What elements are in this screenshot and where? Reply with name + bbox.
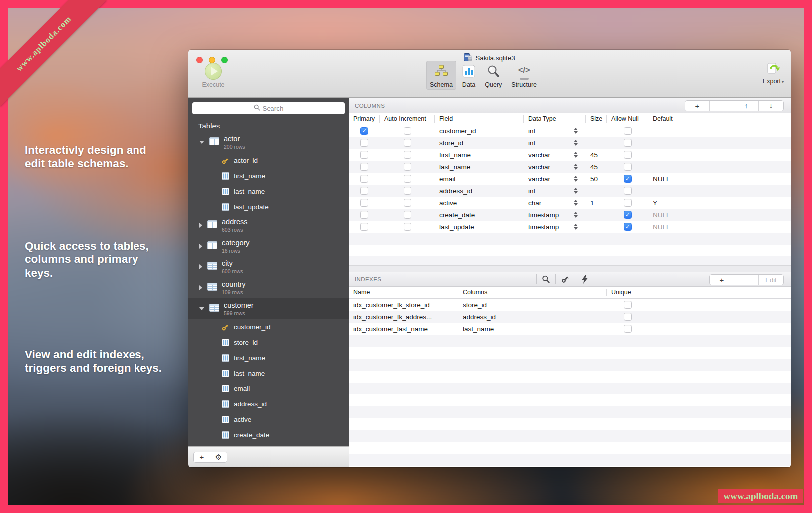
tab-query[interactable]: Query xyxy=(481,61,505,90)
sidebar-table-address[interactable]: address 603 rows xyxy=(188,215,349,236)
indexes-search-icon[interactable] xyxy=(537,275,555,284)
primary-checkbox[interactable] xyxy=(360,175,368,183)
allow-null-checkbox[interactable] xyxy=(624,139,632,147)
sidebar-column-last_name[interactable]: last_name xyxy=(188,366,349,381)
search-input[interactable]: Search xyxy=(192,102,345,114)
auto-increment-checkbox[interactable] xyxy=(404,139,411,147)
disclosure-triangle-icon[interactable] xyxy=(199,223,202,228)
disclosure-triangle-icon[interactable] xyxy=(199,244,202,249)
move-up-button[interactable]: ↑ xyxy=(734,101,759,111)
add-button[interactable]: + xyxy=(710,275,734,285)
data-type[interactable]: timestamp xyxy=(524,223,586,231)
allow-null-checkbox[interactable]: ✓ xyxy=(624,223,632,231)
column-header-field[interactable]: Field xyxy=(435,115,524,123)
stepper-icon[interactable] xyxy=(574,224,578,230)
remove-button[interactable]: − xyxy=(710,101,734,111)
allow-null-checkbox[interactable] xyxy=(624,187,632,195)
allow-null-checkbox[interactable]: ✓ xyxy=(624,211,632,219)
stepper-icon[interactable] xyxy=(574,212,578,218)
sidebar-column-first_name[interactable]: first_name xyxy=(188,168,349,184)
disclosure-triangle-icon[interactable] xyxy=(199,307,204,310)
stepper-icon[interactable] xyxy=(574,152,578,158)
auto-increment-checkbox[interactable] xyxy=(404,151,411,159)
sidebar-column-create_date[interactable]: create_date xyxy=(188,427,349,443)
sidebar-table-actor[interactable]: actor 200 rows xyxy=(188,132,349,153)
primary-checkbox[interactable] xyxy=(360,151,368,159)
sidebar-column-email[interactable]: email xyxy=(188,381,349,396)
primary-checkbox[interactable] xyxy=(360,163,368,171)
column-header-primary[interactable]: Primary xyxy=(349,115,380,123)
primary-checkbox[interactable] xyxy=(360,187,368,195)
sidebar-table-country[interactable]: country 109 rows xyxy=(188,277,349,298)
column-row-store_id[interactable]: store_id int xyxy=(349,137,791,149)
index-header-name[interactable]: Name xyxy=(349,289,458,296)
allow-null-checkbox[interactable] xyxy=(624,199,632,207)
tab-structure[interactable]: </> Structure xyxy=(508,61,540,90)
index-row-idx_customer_fk_addres[interactable]: idx_customer_fk_addres... address_id xyxy=(349,311,791,323)
stepper-icon[interactable] xyxy=(574,140,578,146)
export-button[interactable]: Export▾ xyxy=(763,62,784,85)
stepper-icon[interactable] xyxy=(574,164,578,170)
column-row-create_date[interactable]: create_date timestamp ✓ NULL xyxy=(349,209,791,221)
index-row-idx_customer_last_name[interactable]: idx_customer_last_name last_name xyxy=(349,323,791,335)
sidebar-table-customer[interactable]: customer 599 rows xyxy=(188,298,349,319)
data-type[interactable]: int xyxy=(524,187,586,195)
data-type[interactable]: int xyxy=(524,128,586,135)
move-down-button[interactable]: ↓ xyxy=(759,101,783,111)
primary-checkbox[interactable]: ✓ xyxy=(360,127,368,135)
execute-button[interactable]: Execute xyxy=(197,63,229,88)
column-row-address_id[interactable]: address_id int xyxy=(349,185,791,197)
sidebar-table-city[interactable]: city 600 rows xyxy=(188,256,349,277)
column-header-default[interactable]: Default xyxy=(648,115,791,123)
column-row-first_name[interactable]: first_name varchar 45 xyxy=(349,149,791,161)
sidebar-column-first_name[interactable]: first_name xyxy=(188,350,349,366)
primary-checkbox[interactable] xyxy=(360,223,368,231)
sidebar-column-active[interactable]: active xyxy=(188,412,349,427)
data-type[interactable]: timestamp xyxy=(524,211,586,219)
data-type[interactable]: char xyxy=(524,199,586,207)
sidebar-column-customer_id[interactable]: customer_id xyxy=(188,319,349,335)
allow-null-checkbox[interactable]: ✓ xyxy=(624,175,632,183)
auto-increment-checkbox[interactable] xyxy=(404,211,411,219)
stepper-icon[interactable] xyxy=(574,200,578,206)
data-type[interactable]: int xyxy=(524,139,586,147)
trigger-lightning-icon[interactable] xyxy=(575,275,594,284)
stepper-icon[interactable] xyxy=(574,188,578,194)
auto-increment-checkbox[interactable] xyxy=(404,175,411,183)
disclosure-triangle-icon[interactable] xyxy=(199,141,204,144)
foreign-key-icon[interactable] xyxy=(556,275,575,284)
auto-increment-checkbox[interactable] xyxy=(404,187,411,195)
tab-schema[interactable]: Schema xyxy=(426,61,456,90)
primary-checkbox[interactable] xyxy=(360,199,368,207)
unique-checkbox[interactable] xyxy=(624,313,632,321)
allow-null-checkbox[interactable] xyxy=(624,127,632,135)
add-table-button[interactable]: + xyxy=(194,452,210,462)
data-type[interactable]: varchar xyxy=(524,163,586,171)
tab-data[interactable]: Data xyxy=(459,61,479,90)
sidebar-column-store_id[interactable]: store_id xyxy=(188,335,349,350)
index-header-unique[interactable]: Unique xyxy=(607,289,648,296)
remove-button[interactable]: − xyxy=(734,275,759,285)
column-row-customer_id[interactable]: ✓ customer_id int xyxy=(349,125,791,137)
column-header-allow-null[interactable]: Allow Null xyxy=(607,115,648,123)
auto-increment-checkbox[interactable] xyxy=(404,199,411,207)
edit-button[interactable]: Edit xyxy=(759,275,783,285)
unique-checkbox[interactable] xyxy=(624,301,632,309)
add-button[interactable]: + xyxy=(685,101,710,111)
column-header-size[interactable]: Size xyxy=(586,115,607,123)
stepper-icon[interactable] xyxy=(574,128,578,134)
column-header-auto-increment[interactable]: Auto Increment xyxy=(380,115,435,123)
disclosure-triangle-icon[interactable] xyxy=(199,285,202,290)
index-header-columns[interactable]: Columns xyxy=(458,289,607,296)
auto-increment-checkbox[interactable] xyxy=(404,163,411,171)
disclosure-triangle-icon[interactable] xyxy=(199,264,202,269)
sidebar-column-last_update[interactable]: last_update xyxy=(188,199,349,215)
sidebar-table-category[interactable]: category 16 rows xyxy=(188,236,349,256)
auto-increment-checkbox[interactable] xyxy=(404,127,411,135)
allow-null-checkbox[interactable] xyxy=(624,151,632,159)
allow-null-checkbox[interactable] xyxy=(624,163,632,171)
gear-icon[interactable]: ⚙ xyxy=(210,452,227,462)
stepper-icon[interactable] xyxy=(574,176,578,182)
sidebar-column-last_name[interactable]: last_name xyxy=(188,184,349,199)
sidebar-column-address_id[interactable]: address_id xyxy=(188,396,349,412)
